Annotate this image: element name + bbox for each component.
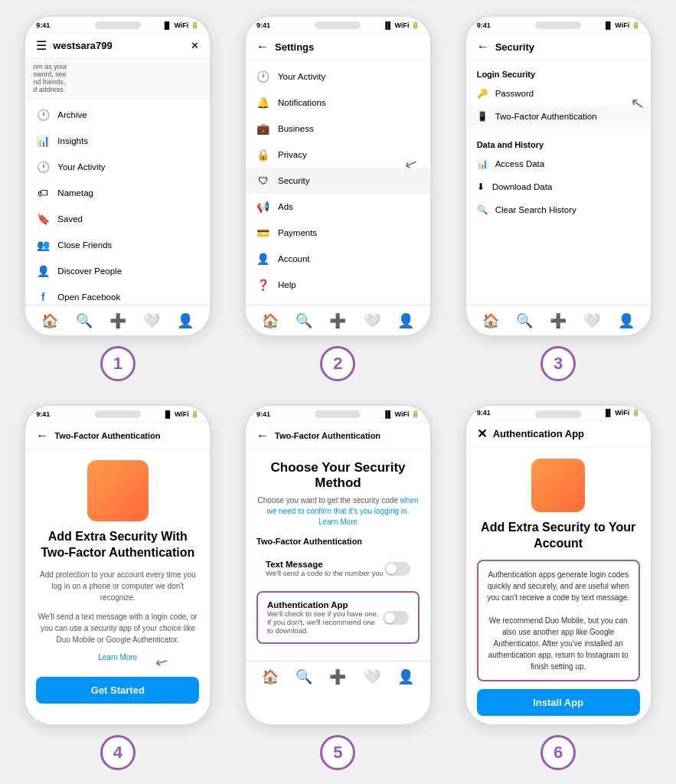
phone-1: 9:41 ▐▌ WiFi 🔋 ☰ westsara799 ✕ om as you… [24,15,211,337]
toggle-knob-1 [386,564,397,574]
menu-item-facebook[interactable]: f Open Facebook [25,284,210,305]
add-nav-3[interactable]: ➕ [550,312,567,329]
menu-item-payments[interactable]: 💳 Payments [246,220,430,246]
menu-item-account[interactable]: 👤 Account [246,246,430,272]
time-6: 9:41 [477,409,491,416]
home-nav-icon[interactable]: 🏠 [41,312,58,329]
step-3-container: 9:41 ▐▌ WiFi 🔋 ← Security Login Security… [456,15,661,381]
access-data-item[interactable]: 📊 Access Data [466,152,651,175]
menu-item-security[interactable]: 🛡 Security [246,168,430,194]
add-nav-icon[interactable]: ➕ [109,312,126,329]
choose-method-desc: Choose you want to get the security code… [256,495,420,528]
tfa-desc2: We'll send a text message with a login c… [36,611,199,645]
ads-icon: 📢 [256,201,270,213]
archive-icon: 🕐 [36,109,50,121]
install-app-button[interactable]: Install App [477,689,640,716]
search-nav-3[interactable]: 🔍 [516,312,533,329]
profile-nav-icon[interactable]: 👤 [177,312,194,329]
saved-icon: 🔖 [36,213,50,225]
get-started-button[interactable]: Get Started [36,677,199,704]
menu-item-notifications[interactable]: 🔔 Notifications [246,90,430,116]
step-number-2: 2 [320,346,355,381]
step-number-4: 4 [100,735,136,770]
profile-nav-3[interactable]: 👤 [618,312,635,329]
login-security-section: Login Security [466,64,651,82]
two-factor-icon: 📱 [477,111,488,122]
text-message-option[interactable]: Text Message We'll send a code to the nu… [256,552,420,585]
heart-nav-icon[interactable]: 🤍 [143,312,160,329]
step-1-container: 9:41 ▐▌ WiFi 🔋 ☰ westsara799 ✕ om as you… [15,15,220,381]
back-arrow-5[interactable]: ← [256,429,269,443]
download-data-item[interactable]: ⬇ Download Data [466,175,651,198]
settings-header: ← Settings [246,34,430,60]
menu-item-activity[interactable]: 🕐 Your Activity [25,154,210,180]
auth-app-option[interactable]: Authentication App We'll check to see if… [256,591,420,644]
home-nav-5[interactable]: 🏠 [262,668,279,685]
download-data-label: Download Data [492,182,553,191]
home-nav-2[interactable]: 🏠 [262,312,279,329]
menu-item-business[interactable]: 💼 Business [246,116,430,142]
search-nav-2[interactable]: 🔍 [296,312,312,329]
help-label: Help [278,280,296,289]
status-icons-3: ▐▌ WiFi 🔋 [603,21,640,29]
bottom-nav-2: 🏠 🔍 ➕ 🤍 👤 [246,305,430,335]
menu-label-nametag: Nametag [57,188,93,198]
password-item[interactable]: 🔑 Password [466,82,651,105]
search-nav-5[interactable]: 🔍 [296,668,312,685]
auth-app-main-title: Add Extra Security to Your Account [477,520,640,552]
menu-item-privacy[interactable]: 🔒 Privacy [246,142,430,168]
menu-item-your-activity[interactable]: 🕐 Your Activity [246,64,430,90]
notch-2 [315,21,361,29]
menu-hamburger-icon[interactable]: ☰ [36,38,47,53]
step-number-5: 5 [320,735,355,770]
password-label: Password [495,89,534,98]
time-3: 9:41 [477,21,491,29]
heart-nav-5[interactable]: 🤍 [364,668,380,685]
notch-1 [95,21,141,29]
add-nav-5[interactable]: ➕ [329,668,346,685]
menu-item-help[interactable]: ❓ Help [246,272,430,298]
auth-app-toggle[interactable] [383,611,409,625]
close-icon[interactable]: ✕ [191,40,199,51]
home-nav-3[interactable]: 🏠 [482,312,499,329]
learn-more-link-4[interactable]: Learn More [98,653,137,662]
set-up-manually-link[interactable]: Set Up Manually [527,724,589,726]
profile-nav-5[interactable]: 👤 [397,668,414,685]
back-arrow-3[interactable]: ← [477,40,489,54]
two-factor-item[interactable]: 📱 Two-Factor Authentication [466,105,651,128]
profile-nav-2[interactable]: 👤 [397,312,414,329]
text-message-toggle[interactable] [384,562,410,576]
search-nav-icon[interactable]: 🔍 [76,312,93,329]
tfa-options-section: Two-Factor Authentication [256,537,420,546]
add-nav-2[interactable]: ➕ [329,312,346,329]
phone5-body: Choose Your Security Method Choose you w… [246,449,430,661]
phone4-body: Add Extra Security With Two-Factor Authe… [25,449,210,714]
menu-item-archive[interactable]: 🕐 Archive [25,102,210,128]
status-bar-3: 9:41 ▐▌ WiFi 🔋 [466,17,651,34]
heart-nav-2[interactable]: 🤍 [364,312,380,329]
payments-icon: 💳 [256,227,270,239]
menu-item-saved[interactable]: 🔖 Saved [25,206,210,232]
notch-4 [95,410,141,418]
menu-item-about[interactable]: ℹ About [246,298,430,305]
status-icons-1: ▐▌ WiFi 🔋 [162,21,200,29]
heart-nav-3[interactable]: 🤍 [583,312,600,329]
menu-item-insights[interactable]: 📊 Insights [25,128,210,154]
security-body: Login Security 🔑 Password 📱 Two-Factor A… [466,60,651,305]
auth-app-highlight-box: Authentication apps generate login codes… [477,560,640,681]
menu-item-ads[interactable]: 📢 Ads [246,194,430,220]
back-arrow-4[interactable]: ← [36,429,48,443]
menu-item-close-friends[interactable]: 👥 Close Friends [25,232,210,258]
menu-item-discover[interactable]: 👤 Discover People [25,258,210,284]
clear-search-item[interactable]: 🔍 Clear Search History [466,198,651,221]
toggle-knob-2 [384,612,395,623]
back-arrow-2[interactable]: ← [256,40,269,54]
close-icon-6[interactable]: ✕ [477,426,487,441]
learn-more-5[interactable]: Learn More [318,518,358,526]
menu-label-activity: Your Activity [57,162,105,172]
tfa-header-4: ← Two-Factor Authentication [25,423,210,449]
step-5-container: 9:41 ▐▌ WiFi 🔋 ← Two-Factor Authenticati… [236,404,441,770]
menu-item-nametag[interactable]: 🏷 Nametag [25,180,210,206]
payments-label: Payments [278,228,317,237]
data-history-label: Data and History [466,134,651,152]
